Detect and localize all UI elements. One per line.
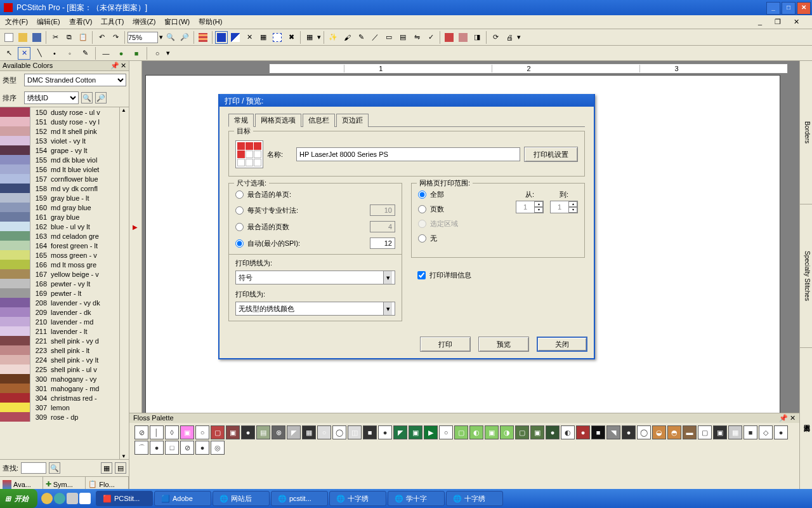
floss-swatch[interactable]: ○ <box>195 425 209 439</box>
range-none[interactable]: 无 <box>418 234 509 243</box>
color-row[interactable]: 155md dk blue viol <box>0 155 119 164</box>
color-row[interactable]: 152md lt shell pink <box>0 126 119 136</box>
stitch-c-icon[interactable]: ▦ <box>257 31 270 44</box>
stitch-d-icon[interactable] <box>271 31 284 44</box>
taskbar-task[interactable]: 🌐学十字 <box>388 491 445 506</box>
menu-window[interactable]: 窗口(W) <box>164 17 190 27</box>
color-row[interactable]: 160md gray blue <box>0 203 119 212</box>
bead-icon[interactable]: ◦ <box>63 47 76 60</box>
tool-wand-icon[interactable]: ✨ <box>327 31 339 44</box>
zoom-combo[interactable] <box>128 32 158 43</box>
color-row[interactable]: 164forest green - lt <box>0 241 119 250</box>
color-row[interactable]: 168pewter - vy lt <box>0 279 119 288</box>
floss-swatch[interactable]: ▣ <box>226 425 240 439</box>
floss-swatch[interactable]: ▦ <box>728 425 742 439</box>
fill-square-icon[interactable] <box>215 31 228 44</box>
size-opt-auto[interactable]: 自动(最小的SPI): <box>235 237 395 249</box>
from-spinner[interactable]: 1▴▾ <box>516 201 544 213</box>
tool-print-icon[interactable]: 🖨 <box>503 31 516 44</box>
color-row[interactable]: 163md celadon gre <box>0 231 119 241</box>
zoom-in-icon[interactable]: 🔎 <box>178 31 191 44</box>
to-spinner[interactable]: 1▴▾ <box>550 201 578 213</box>
floss-swatch[interactable]: ▢ <box>454 425 468 439</box>
color-row[interactable]: 165moss green - v <box>0 250 119 260</box>
floss-swatch[interactable]: ◐ <box>469 425 483 439</box>
print-detail-checkbox[interactable]: 打印详细信息 <box>417 271 585 280</box>
color-row[interactable]: 157cornflower blue <box>0 174 119 184</box>
floss-swatch[interactable]: ◎ <box>211 441 225 455</box>
edit-icon[interactable]: ✎ <box>79 47 91 60</box>
floss-swatch[interactable]: ◤ <box>287 425 301 439</box>
view-grid-icon[interactable]: ▦ <box>101 462 112 474</box>
find-go-icon[interactable]: 🔍 <box>49 462 60 474</box>
redo-icon[interactable]: ↷ <box>109 31 122 44</box>
sort-desc-icon[interactable]: 🔎 <box>95 92 107 104</box>
color-row[interactable]: 304christmas red - <box>0 393 119 403</box>
range-all[interactable]: 全部 <box>418 190 509 199</box>
color-row[interactable]: 161gray blue <box>0 212 119 222</box>
copy-icon[interactable]: ⧉ <box>63 31 75 44</box>
tool-line-icon[interactable]: ／ <box>369 31 381 44</box>
menu-enhance[interactable]: 增强(Z) <box>133 17 155 27</box>
floss-swatch[interactable]: □ <box>165 441 179 455</box>
floss-swatch[interactable]: ■ <box>591 425 605 439</box>
menu-file[interactable]: 文件(F) <box>5 17 28 27</box>
print-button[interactable]: 打印 <box>420 337 471 352</box>
floss-swatch[interactable]: ◫ <box>348 425 362 439</box>
save-icon[interactable] <box>30 31 43 44</box>
shape-line-icon[interactable]: — <box>100 47 112 60</box>
color-row[interactable]: 210lavender - md <box>0 317 119 326</box>
floss-swatch[interactable]: ● <box>576 425 590 439</box>
floss-swatch[interactable]: ▣ <box>409 425 422 439</box>
close-dialog-button[interactable]: 关闭 <box>537 337 587 352</box>
backstitch-icon[interactable]: ╲ <box>33 47 46 60</box>
tool-layers-icon[interactable]: ▤ <box>396 31 409 44</box>
color-scrollbar[interactable] <box>119 107 129 459</box>
tool-refresh-icon[interactable]: ⟳ <box>489 31 502 44</box>
floss-swatch[interactable]: ■ <box>363 425 377 439</box>
tool-compare-icon[interactable]: ◨ <box>471 31 483 44</box>
size-opt-bestpage[interactable]: 最合适的单页: <box>235 190 395 199</box>
sort-select[interactable]: 绣线ID <box>24 91 79 104</box>
stitch-e-icon[interactable]: ✖ <box>285 31 298 44</box>
find-input[interactable] <box>21 462 46 474</box>
dlg-tab-general[interactable]: 常规 <box>228 114 254 127</box>
color-row[interactable]: 154grape - vy lt <box>0 145 119 155</box>
print-line-select[interactable]: 无线型的绣线颜色▾ <box>235 302 395 316</box>
floss-swatch[interactable]: ● <box>546 425 560 439</box>
floss-swatch[interactable]: ◓ <box>667 425 681 439</box>
floss-swatch[interactable]: ▣ <box>713 425 727 439</box>
floss-swatch[interactable]: ● <box>774 425 788 439</box>
view-list-icon[interactable]: ▤ <box>115 462 126 474</box>
tray-icon[interactable] <box>41 493 53 504</box>
menu-tools[interactable]: 工具(T) <box>101 17 124 27</box>
size-opt-bestpages[interactable]: 最合适的页数 <box>235 221 395 232</box>
taskbar-task[interactable]: 🌐十字绣 <box>446 491 503 506</box>
floss-swatch[interactable]: ▤ <box>256 425 270 439</box>
outline-icon[interactable]: ○ <box>151 47 164 60</box>
color-row[interactable]: 167yellow beige - v <box>0 269 119 279</box>
zoom-dropdown-icon[interactable]: ▾ <box>159 33 163 41</box>
color-row[interactable]: 150dusty rose - ul v <box>0 107 119 117</box>
floss-swatch[interactable]: ■ <box>743 425 757 439</box>
paste-icon[interactable]: 📋 <box>77 31 89 44</box>
color-row[interactable]: 300mahogany - vy <box>0 374 119 384</box>
dlg-tab-info[interactable]: 信息栏 <box>303 114 335 127</box>
tool-rect-icon[interactable]: ▭ <box>383 31 395 44</box>
menu-view[interactable]: 查看(V) <box>69 17 93 27</box>
outline-dropdown-icon[interactable]: ▾ <box>166 49 170 57</box>
color-row[interactable]: 224shell pink - vy lt <box>0 355 119 364</box>
floss-swatch[interactable]: ▦ <box>302 425 316 439</box>
floss-swatch[interactable]: ◤ <box>393 425 407 439</box>
color-row[interactable]: 158md vy dk cornfl <box>0 184 119 193</box>
taskbar-task[interactable]: 🟦Adobe <box>154 491 211 506</box>
panel-pin-icon[interactable]: 📌 <box>110 62 119 70</box>
panel-close-icon[interactable]: ✕ <box>121 62 126 70</box>
color-row[interactable]: 156md lt blue violet <box>0 164 119 174</box>
close-button[interactable]: ✕ <box>797 2 811 15</box>
grid-dropdown-icon[interactable]: ▾ <box>317 33 321 41</box>
taskbar-task[interactable]: 🌐pcstit... <box>271 491 328 506</box>
color-row[interactable]: 301mahogany - md <box>0 384 119 393</box>
color-row[interactable]: 151dusty rose - vy l <box>0 117 119 126</box>
floss-swatch[interactable]: ▶ <box>424 425 438 439</box>
